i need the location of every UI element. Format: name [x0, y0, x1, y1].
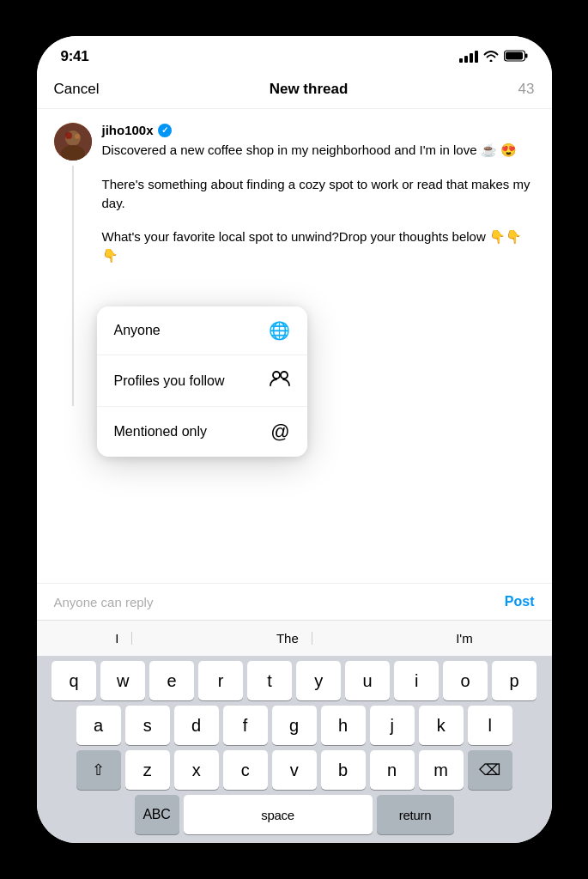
keyboard-row-2: a s d f g h j k l	[37, 700, 552, 745]
keyboard-row-1: q w e r t y u i o p	[37, 656, 552, 700]
keyboard-row-3: ⇧ z x c v b n m ⌫	[37, 745, 552, 790]
at-icon: @	[270, 421, 289, 443]
key-f[interactable]: f	[223, 706, 268, 745]
key-v[interactable]: v	[272, 750, 317, 790]
character-count: 43	[518, 81, 535, 98]
key-y[interactable]: y	[296, 661, 341, 700]
key-m[interactable]: m	[419, 750, 464, 790]
svg-point-6	[65, 132, 72, 139]
key-o[interactable]: o	[443, 661, 488, 700]
username: jiho100x	[102, 123, 154, 137]
wifi-icon	[483, 50, 499, 64]
post-text-2: There's something about finding a cozy s…	[102, 175, 535, 213]
dropdown-profiles-follow[interactable]: Profiles you follow	[97, 355, 307, 407]
avatar	[54, 123, 92, 161]
numbers-key[interactable]: ABC	[135, 795, 179, 834]
key-g[interactable]: g	[272, 706, 317, 745]
keyboard: q w e r t y u i o p a s d f g h j	[37, 656, 552, 843]
key-t[interactable]: t	[247, 661, 292, 700]
dropdown-mentioned-only[interactable]: Mentioned only @	[97, 407, 307, 457]
keyboard-row-4: ABC space return	[37, 790, 552, 843]
phone-screen: 9:41	[37, 36, 552, 843]
profiles-icon	[270, 369, 290, 392]
status-bar: 9:41	[37, 36, 552, 72]
phone-shell: 9:41	[0, 0, 588, 879]
key-j[interactable]: j	[370, 706, 415, 745]
username-row: jiho100x	[102, 123, 535, 137]
key-b[interactable]: b	[321, 750, 366, 790]
svg-point-9	[281, 372, 288, 379]
cancel-button[interactable]: Cancel	[54, 81, 100, 98]
reply-bar: Anyone can reply Post	[37, 583, 552, 620]
key-q[interactable]: q	[52, 661, 96, 700]
profiles-follow-label: Profiles you follow	[114, 373, 225, 389]
content-area: jiho100x Discovered a new coffee shop in…	[37, 109, 552, 583]
key-z[interactable]: z	[125, 750, 170, 790]
verified-badge	[158, 124, 172, 137]
svg-point-8	[273, 372, 280, 379]
key-l[interactable]: l	[468, 706, 512, 745]
delete-icon: ⌫	[479, 761, 500, 779]
key-w[interactable]: w	[100, 661, 145, 700]
key-n[interactable]: n	[370, 750, 415, 790]
globe-icon: 🌐	[269, 320, 290, 341]
svg-rect-1	[525, 53, 528, 58]
key-a[interactable]: a	[76, 706, 121, 745]
shift-key[interactable]: ⇧	[76, 750, 121, 790]
header-title: New thread	[270, 81, 349, 98]
key-p[interactable]: p	[492, 661, 536, 700]
return-key[interactable]: return	[377, 795, 454, 834]
reply-hint: Anyone can reply	[54, 595, 154, 609]
key-r[interactable]: r	[198, 661, 243, 700]
autocomplete-item-3[interactable]: I'm	[442, 627, 487, 649]
header: Cancel New thread 43	[37, 72, 552, 109]
autocomplete-item-1[interactable]: I	[101, 627, 132, 649]
space-key[interactable]: space	[184, 795, 373, 834]
anyone-label: Anyone	[114, 323, 161, 338]
delete-key[interactable]: ⌫	[468, 750, 512, 790]
post-button[interactable]: Post	[505, 594, 535, 609]
svg-rect-2	[506, 52, 523, 59]
signal-icon	[459, 51, 478, 63]
post-text-1: Discovered a new coffee shop in my neigh…	[102, 141, 535, 160]
dropdown-anyone[interactable]: Anyone 🌐	[97, 306, 307, 355]
shift-icon: ⇧	[92, 761, 105, 779]
key-d[interactable]: d	[174, 706, 219, 745]
key-e[interactable]: e	[149, 661, 194, 700]
battery-icon	[504, 50, 528, 64]
autocomplete-item-2[interactable]: The	[263, 627, 312, 649]
status-time: 9:41	[61, 48, 89, 65]
mentioned-only-label: Mentioned only	[114, 424, 208, 440]
key-c[interactable]: c	[223, 750, 268, 790]
key-k[interactable]: k	[419, 706, 464, 745]
post-text-3: What's your favorite local spot to unwin…	[102, 227, 535, 265]
key-i[interactable]: i	[394, 661, 439, 700]
key-x[interactable]: x	[174, 750, 219, 790]
autocomplete-bar: I The I'm	[37, 620, 552, 656]
key-u[interactable]: u	[345, 661, 390, 700]
key-h[interactable]: h	[321, 706, 366, 745]
status-icons	[459, 50, 528, 64]
key-s[interactable]: s	[125, 706, 170, 745]
svg-point-7	[75, 134, 80, 139]
reply-audience-dropdown: Anyone 🌐 Profiles you follow	[97, 306, 307, 457]
